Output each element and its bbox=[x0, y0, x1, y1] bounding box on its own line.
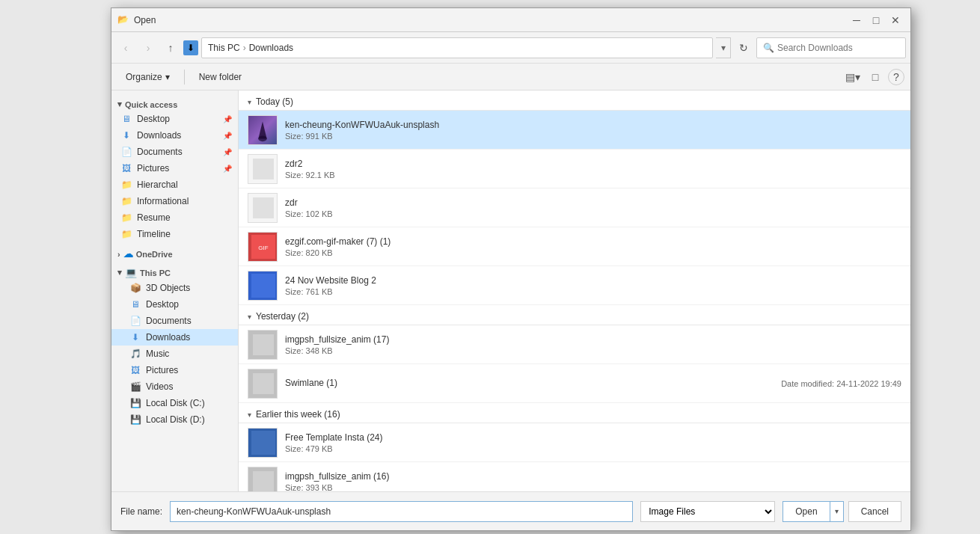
sidebar-label-documents-pc: Documents bbox=[146, 316, 192, 326]
file-row-ken-cheung[interactable]: ken-cheung-KonWFWUaAuk-unsplash Size: 99… bbox=[239, 111, 910, 150]
sidebar-item-3d[interactable]: 📦 3D Objects bbox=[111, 280, 238, 296]
sidebar-item-desktop-pc[interactable]: 🖥 Desktop bbox=[111, 296, 238, 313]
svg-rect-19 bbox=[253, 471, 274, 492]
thispc-header[interactable]: ▾ 💻 This PC bbox=[111, 263, 238, 280]
group-header-today[interactable]: ▾ Today (5) bbox=[239, 90, 910, 111]
file-meta-imgpsh16: Size: 393 KB bbox=[285, 483, 901, 492]
file-row-ezgif[interactable]: GIF ezgif.com-gif-maker (7) (1) Size: 82… bbox=[239, 227, 910, 266]
sidebar-item-desktop[interactable]: 🖥 Desktop 📌 bbox=[111, 111, 238, 127]
onedrive-chevron: › bbox=[117, 250, 120, 259]
file-row-24nov[interactable]: 24 Nov Website Blog 2 Size: 761 KB bbox=[239, 266, 910, 305]
file-info-freetemplate: Free Template Insta (24) Size: 479 KB bbox=[285, 432, 901, 453]
file-row-imgpsh16[interactable]: imgpsh_fullsize_anim (16) Size: 393 KB bbox=[239, 462, 910, 491]
thumb-swimlane bbox=[248, 369, 278, 399]
informational-icon: 📁 bbox=[120, 195, 132, 207]
forward-button[interactable]: › bbox=[138, 38, 158, 58]
open-dropdown-button[interactable]: ▾ bbox=[830, 501, 844, 522]
documents-icon: 📄 bbox=[120, 146, 132, 158]
sidebar-item-resume[interactable]: 📁 Resume bbox=[111, 209, 238, 226]
file-area[interactable]: ▾ Today (5) ken-cheung-KonWFWUaAuk-unspl… bbox=[239, 90, 910, 491]
address-dropdown[interactable]: ▾ bbox=[716, 37, 731, 58]
chevron-yesterday: ▾ bbox=[248, 313, 251, 321]
file-row-swimlane[interactable]: Swimlane (1) Date modified: 24-11-2022 1… bbox=[239, 364, 910, 403]
file-info-zdr2: zdr2 Size: 92.1 KB bbox=[285, 159, 901, 179]
address-current[interactable]: Downloads bbox=[249, 43, 293, 53]
open-button[interactable]: Open bbox=[783, 501, 830, 522]
group-header-earlier[interactable]: ▾ Earlier this week (16) bbox=[239, 403, 910, 423]
sidebar-label-documents: Documents bbox=[137, 147, 183, 157]
file-info-swimlane: Swimlane (1) bbox=[285, 378, 781, 390]
search-box[interactable]: 🔍 bbox=[756, 37, 906, 58]
onedrive-icon: ☁ bbox=[123, 248, 133, 260]
address-path[interactable]: This PC › Downloads bbox=[201, 37, 713, 58]
back-button[interactable]: ‹ bbox=[116, 38, 135, 58]
up-button[interactable]: ↑ bbox=[161, 38, 180, 58]
svg-rect-6 bbox=[253, 197, 274, 218]
sidebar-item-documents-pc[interactable]: 📄 Documents bbox=[111, 313, 238, 329]
new-folder-button[interactable]: New folder bbox=[191, 67, 250, 87]
refresh-button[interactable]: ↻ bbox=[734, 38, 753, 58]
close-button[interactable]: ✕ bbox=[886, 11, 904, 29]
thumb-24nov bbox=[248, 271, 278, 301]
sidebar-label-local-c: Local Disk (C:) bbox=[146, 398, 205, 408]
hierarchal-icon: 📁 bbox=[120, 179, 132, 191]
sidebar-item-hierarchal[interactable]: 📁 Hierarchal bbox=[111, 177, 238, 193]
maximize-button[interactable]: □ bbox=[867, 11, 885, 29]
svg-rect-15 bbox=[253, 373, 274, 394]
sidebar-item-downloads-pc[interactable]: ⬇ Downloads bbox=[111, 329, 238, 346]
group-header-yesterday[interactable]: ▾ Yesterday (2) bbox=[239, 305, 910, 325]
sidebar-item-pictures[interactable]: 🖼 Pictures 📌 bbox=[111, 160, 238, 177]
quick-access-header[interactable]: ▾ Quick access bbox=[111, 95, 238, 111]
sidebar-label-pictures: Pictures bbox=[137, 163, 169, 174]
sidebar-item-documents[interactable]: 📄 Documents 📌 bbox=[111, 144, 238, 160]
desktop-icon: 🖥 bbox=[120, 113, 132, 125]
group-label-yesterday: Yesterday (2) bbox=[256, 311, 309, 322]
sidebar-item-timeline[interactable]: 📁 Timeline bbox=[111, 226, 238, 242]
file-info-imgpsh16: imgpsh_fullsize_anim (16) Size: 393 KB bbox=[285, 471, 901, 492]
onedrive-header[interactable]: › ☁ OneDrive bbox=[111, 244, 238, 261]
toolbar-right: ▤▾ □ ? bbox=[843, 67, 904, 87]
thispc-chevron: ▾ bbox=[117, 268, 122, 277]
filetype-select[interactable]: Image Files All Files bbox=[640, 501, 775, 522]
sidebar-item-local-c[interactable]: 💾 Local Disk (C:) bbox=[111, 395, 238, 411]
downloads-side-icon: ⬇ bbox=[120, 129, 132, 141]
file-name-zdr: zdr bbox=[285, 197, 901, 208]
sidebar-item-videos[interactable]: 🎬 Videos bbox=[111, 378, 238, 395]
open-dialog: 📂 Open ─ □ ✕ ‹ › ↑ ⬇ This PC › Downloads… bbox=[111, 7, 911, 531]
file-info-zdr: zdr Size: 102 KB bbox=[285, 197, 901, 218]
filename-label: File name: bbox=[120, 506, 162, 517]
file-row-zdr[interactable]: zdr Size: 102 KB bbox=[239, 188, 910, 227]
sidebar-item-informational[interactable]: 📁 Informational bbox=[111, 193, 238, 209]
file-row-imgpsh17[interactable]: imgpsh_fullsize_anim (17) Size: 348 KB bbox=[239, 325, 910, 364]
view-options-button[interactable]: ▤▾ bbox=[843, 67, 863, 87]
thumb-zdr bbox=[248, 193, 278, 223]
preview-pane-button[interactable]: □ bbox=[866, 67, 885, 87]
resume-icon: 📁 bbox=[120, 212, 132, 224]
organize-button[interactable]: Organize ▾ bbox=[117, 67, 178, 87]
file-meta-imgpsh17: Size: 348 KB bbox=[285, 346, 901, 355]
sidebar-label-desktop-pc: Desktop bbox=[146, 299, 179, 310]
svg-rect-17 bbox=[251, 431, 275, 455]
cancel-button[interactable]: Cancel bbox=[848, 501, 901, 522]
sidebar-item-downloads[interactable]: ⬇ Downloads 📌 bbox=[111, 127, 238, 144]
sidebar-label-downloads: Downloads bbox=[137, 130, 181, 141]
file-meta-ezgif: Size: 820 KB bbox=[285, 248, 901, 257]
filename-input[interactable] bbox=[170, 501, 633, 522]
sidebar-item-pictures-pc[interactable]: 🖼 Pictures bbox=[111, 362, 238, 378]
new-folder-label: New folder bbox=[199, 72, 242, 82]
file-meta-ken-cheung: Size: 991 KB bbox=[285, 132, 901, 141]
address-thispc[interactable]: This PC bbox=[208, 43, 240, 53]
sidebar-item-local-d[interactable]: 💾 Local Disk (D:) bbox=[111, 411, 238, 428]
desktop-pc-icon: 🖥 bbox=[129, 298, 141, 310]
svg-rect-4 bbox=[253, 159, 274, 179]
group-label-earlier: Earlier this week (16) bbox=[256, 409, 340, 420]
address-sep1: › bbox=[243, 43, 246, 53]
thispc-icon: 💻 bbox=[125, 267, 137, 278]
sidebar-item-music[interactable]: 🎵 Music bbox=[111, 346, 238, 362]
minimize-button[interactable]: ─ bbox=[848, 11, 866, 29]
search-input[interactable] bbox=[777, 43, 899, 53]
file-row-zdr2[interactable]: zdr2 Size: 92.1 KB bbox=[239, 150, 910, 188]
help-button[interactable]: ? bbox=[888, 69, 904, 85]
file-meta-right-swimlane: Date modified: 24-11-2022 19:49 bbox=[781, 379, 901, 388]
file-row-freetemplate[interactable]: Free Template Insta (24) Size: 479 KB bbox=[239, 423, 910, 462]
